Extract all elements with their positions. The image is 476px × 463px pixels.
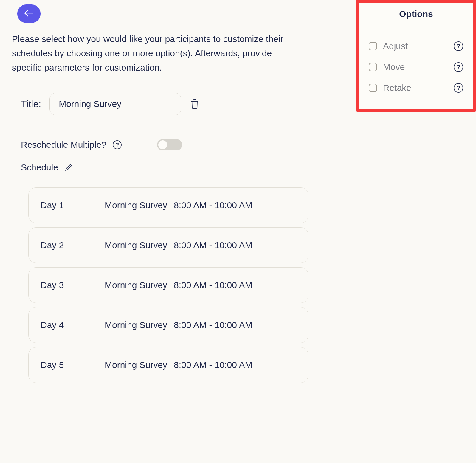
svg-text:?: ? bbox=[457, 84, 461, 91]
time-range: 8:00 AM - 10:00 AM bbox=[174, 280, 252, 290]
option-row-move: Move ? bbox=[359, 57, 473, 77]
help-icon[interactable]: ? bbox=[453, 41, 463, 51]
schedule-list: Day 1 Morning Survey 8:00 AM - 10:00 AM … bbox=[28, 187, 308, 383]
trash-icon[interactable] bbox=[190, 99, 200, 109]
svg-text:?: ? bbox=[457, 43, 461, 49]
time-range: 8:00 AM - 10:00 AM bbox=[174, 360, 252, 370]
option-row-retake: Retake ? bbox=[359, 77, 473, 98]
toggle-knob bbox=[158, 140, 167, 149]
svg-text:?: ? bbox=[457, 63, 461, 70]
option-checkbox-adjust[interactable] bbox=[369, 42, 377, 50]
survey-name: Morning Survey bbox=[105, 240, 167, 250]
survey-name: Morning Survey bbox=[105, 320, 167, 330]
schedule-item: Day 4 Morning Survey 8:00 AM - 10:00 AM bbox=[28, 307, 308, 343]
help-icon[interactable]: ? bbox=[112, 140, 122, 150]
option-label: Retake bbox=[383, 83, 447, 93]
schedule-header-row: Schedule bbox=[21, 162, 464, 173]
schedule-item: Day 5 Morning Survey 8:00 AM - 10:00 AM bbox=[28, 347, 308, 383]
survey-name: Morning Survey bbox=[105, 360, 167, 370]
day-label: Day 5 bbox=[41, 360, 105, 370]
pencil-icon[interactable] bbox=[64, 163, 73, 172]
schedule-item: Day 3 Morning Survey 8:00 AM - 10:00 AM bbox=[28, 267, 308, 303]
time-range: 8:00 AM - 10:00 AM bbox=[174, 320, 252, 330]
option-checkbox-retake[interactable] bbox=[369, 84, 377, 92]
schedule-item: Day 2 Morning Survey 8:00 AM - 10:00 AM bbox=[28, 227, 308, 263]
time-range: 8:00 AM - 10:00 AM bbox=[174, 240, 252, 250]
day-label: Day 3 bbox=[41, 280, 105, 290]
title-label: Title: bbox=[21, 99, 41, 110]
reschedule-multiple-toggle[interactable] bbox=[157, 139, 182, 150]
options-panel: Options Adjust ? Move ? Ret bbox=[356, 0, 476, 112]
options-title: Options bbox=[366, 9, 466, 27]
back-button[interactable] bbox=[17, 4, 41, 23]
main-container: Please select how you would like your pa… bbox=[0, 0, 476, 399]
option-label: Adjust bbox=[383, 41, 447, 51]
reschedule-multiple-row: Reschedule Multiple? ? bbox=[21, 139, 464, 150]
survey-name: Morning Survey bbox=[105, 200, 167, 210]
reschedule-multiple-label: Reschedule Multiple? bbox=[21, 140, 106, 150]
option-row-adjust: Adjust ? bbox=[359, 36, 473, 57]
schedule-item: Day 1 Morning Survey 8:00 AM - 10:00 AM bbox=[28, 187, 308, 223]
help-icon[interactable]: ? bbox=[453, 62, 463, 72]
option-label: Move bbox=[383, 62, 447, 72]
svg-text:?: ? bbox=[115, 142, 119, 148]
help-icon[interactable]: ? bbox=[453, 83, 463, 93]
intro-text: Please select how you would like your pa… bbox=[12, 32, 295, 75]
title-input[interactable] bbox=[49, 93, 181, 115]
day-label: Day 4 bbox=[41, 320, 105, 330]
arrow-left-icon bbox=[23, 8, 35, 19]
option-checkbox-move[interactable] bbox=[369, 63, 377, 71]
survey-name: Morning Survey bbox=[105, 280, 167, 290]
day-label: Day 1 bbox=[41, 200, 105, 210]
day-label: Day 2 bbox=[41, 240, 105, 250]
schedule-label: Schedule bbox=[21, 162, 58, 173]
time-range: 8:00 AM - 10:00 AM bbox=[174, 200, 252, 210]
